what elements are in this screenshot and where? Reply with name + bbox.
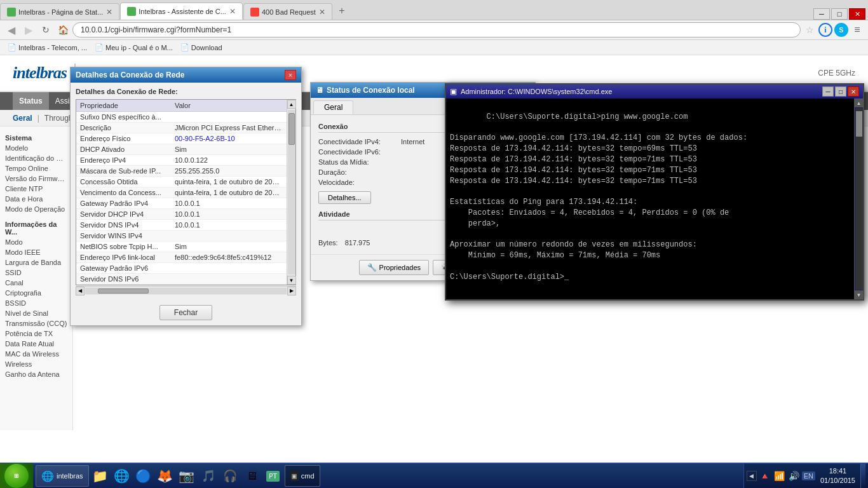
star-button[interactable]: ☆ — [803, 23, 817, 37]
back-button[interactable]: ◀ — [4, 22, 19, 37]
bytes-value: 817.975 — [345, 239, 370, 247]
tray-network-icon[interactable]: 📶 — [773, 471, 786, 481]
bookmark-3[interactable]: 📄 Download — [178, 43, 225, 52]
tray-expand-button[interactable]: ◀ — [747, 471, 757, 481]
table-row[interactable]: Servidor DNS IPv6 — [76, 274, 287, 285]
home-button[interactable]: 🏠 — [55, 22, 71, 37]
sidebar-ntp[interactable]: Cliente NTP — [0, 184, 72, 194]
table-row[interactable]: Servidor WINS IPv4 — [76, 231, 287, 241]
scroll-up-btn[interactable]: ▲ — [287, 100, 296, 109]
sidebar-bssid[interactable]: BSSID — [0, 298, 72, 308]
scroll-left-btn[interactable]: ◀ — [76, 287, 85, 295]
table-row[interactable]: Sufixo DNS específico à... — [76, 112, 287, 123]
taskbar-headphones-icon[interactable]: 🎧 — [220, 465, 240, 487]
taskbar-folder-icon[interactable]: 📁 — [90, 465, 111, 487]
forward-button[interactable]: ▶ — [21, 22, 36, 37]
sidebar-tempo-online[interactable]: Tempo Online — [0, 163, 72, 173]
table-row[interactable]: Máscara de Sub-rede IP...255.255.255.0 — [76, 166, 287, 177]
sidebar-ganho[interactable]: Ganho da Antena — [0, 369, 72, 379]
table-row[interactable]: Gateway Padrão IPv6 — [76, 263, 287, 274]
window-close[interactable]: ✕ — [849, 8, 865, 20]
show-desktop-button[interactable] — [860, 464, 865, 488]
sidebar-identificacao[interactable]: Identificação do Ed... — [0, 153, 72, 163]
nav-status[interactable]: Status — [13, 92, 49, 110]
sidebar-criptografia[interactable]: Criptografia — [0, 288, 72, 298]
taskbar-app1-icon: 🌐 — [41, 470, 54, 482]
details-button[interactable]: Detalhes... — [318, 191, 371, 204]
taskbar-cmd-app[interactable]: ▣ cmd — [285, 465, 320, 487]
menu-button[interactable]: ≡ — [850, 23, 864, 37]
taskbar-ie-icon[interactable]: 🌐 — [112, 465, 132, 487]
window-maximize[interactable]: □ — [831, 8, 848, 20]
scroll-right-btn[interactable]: ▶ — [287, 287, 296, 295]
sidebar-modo[interactable]: Modo — [0, 237, 72, 247]
tray-volume-icon[interactable]: 🔊 — [787, 471, 801, 481]
table-row[interactable]: DHCP AtivadoSim — [76, 144, 287, 155]
subnav-geral[interactable]: Geral — [13, 114, 32, 123]
sidebar-wireless-link[interactable]: Wireless — [0, 359, 72, 369]
sidebar-nivel-sinal[interactable]: Nível de Sinal — [0, 308, 72, 318]
tray-clock[interactable]: 18:41 01/10/2015 — [817, 466, 859, 486]
cmd-close[interactable]: ✕ — [848, 86, 859, 97]
tab-2[interactable]: Intelbras - Assistente de C... ✕ — [120, 3, 243, 20]
sidebar-transmissao[interactable]: Transmissão (CCQ) — [0, 318, 72, 329]
bookmark-1[interactable]: 📄 Intelbras - Telecom, ... — [5, 43, 90, 52]
window-minimize[interactable]: ─ — [813, 8, 830, 20]
sidebar-mac-wireless[interactable]: MAC da Wireless — [0, 349, 72, 359]
table-row[interactable]: Gateway Padrão IPv410.0.0.1 — [76, 198, 287, 209]
tab3-close[interactable]: ✕ — [319, 8, 325, 17]
sidebar-modo-ieee[interactable]: Modo IEEE — [0, 247, 72, 257]
sidebar-ssid[interactable]: SSID — [0, 268, 72, 278]
table-row[interactable]: Endereço Físico00-90-F5-A2-6B-10 — [76, 133, 287, 144]
taskbar-music-icon[interactable]: 🎵 — [198, 465, 219, 487]
cmd-body[interactable]: C:\Users\Suporte.digital>ping www.google… — [446, 98, 863, 299]
table-row[interactable]: Vencimento da Concess...quinta-feira, 1 … — [76, 187, 287, 198]
start-button[interactable]: ⊞ — [0, 463, 33, 488]
tab2-close[interactable]: ✕ — [229, 7, 236, 16]
taskbar-firefox-icon[interactable]: 🦊 — [155, 465, 175, 487]
dialog-network-close[interactable]: × — [285, 70, 296, 80]
table-row[interactable]: Servidor DNS IPv410.0.0.1 — [76, 220, 287, 231]
taskbar-app1-label: intelbras — [57, 472, 83, 480]
cmd-scroll-up[interactable]: ▲ — [855, 98, 864, 107]
tray-input-icon[interactable]: EN — [802, 471, 815, 480]
tab-3[interactable]: 400 Bad Request ✕ — [243, 3, 332, 20]
reload-button[interactable]: ↻ — [38, 22, 53, 37]
sidebar-data-hora[interactable]: Data e Hora — [0, 194, 72, 204]
scroll-down-btn[interactable]: ▼ — [287, 276, 296, 285]
table-row[interactable]: Servidor DHCP IPv410.0.0.1 — [76, 209, 287, 220]
address-input[interactable] — [72, 22, 801, 37]
sidebar-modo-operacao[interactable]: Modo de Operação — [0, 204, 72, 214]
taskbar-chrome-icon[interactable]: 🔵 — [133, 465, 154, 487]
sidebar-data-rate[interactable]: Data Rate Atual — [0, 339, 72, 349]
taskbar-monitor-icon[interactable]: 🖥 — [241, 465, 262, 487]
info-button[interactable]: i — [818, 23, 832, 37]
sidebar-versao[interactable]: Versão do Firmwar... — [0, 173, 72, 184]
skype-button[interactable]: S — [834, 23, 848, 37]
fechar-button[interactable]: Fechar — [159, 305, 212, 320]
conn-speed-label: Velocidade: — [318, 179, 401, 186]
cmd-minimize[interactable]: ─ — [822, 86, 834, 97]
table-row[interactable]: Endereço IPv6 link-localfe80::ede9:9c64:… — [76, 252, 287, 263]
table-row[interactable]: Concessão Obtidaquinta-feira, 1 de outub… — [76, 177, 287, 187]
table-row[interactable]: DescriçãoJMicron PCI Express Fast Ethern… — [76, 123, 287, 133]
propriedades-button[interactable]: 🔧 Propriedades — [359, 260, 429, 275]
tab1-close[interactable]: ✕ — [106, 8, 112, 17]
bookmark-2[interactable]: 📄 Meu ip - Qual é o M... — [92, 43, 175, 52]
cmd-scroll-down[interactable]: ▼ — [855, 290, 864, 299]
new-tab-button[interactable]: + — [333, 3, 351, 20]
table-row[interactable]: NetBIOS sobre Tcpip H...Sim — [76, 241, 287, 252]
connection-tab-geral[interactable]: Geral — [313, 100, 353, 114]
table-row[interactable]: Endereço IPv410.0.0.122 — [76, 155, 287, 166]
tab-1[interactable]: Intelbras - Página de Stat... ✕ — [0, 3, 119, 20]
sidebar-canal[interactable]: Canal — [0, 278, 72, 288]
bytes-label: Bytes: — [318, 239, 338, 247]
cmd-maximize[interactable]: □ — [835, 86, 846, 97]
tray-notification-icon[interactable]: 🔺 — [758, 471, 771, 481]
taskbar-keyboard-icon[interactable]: PT — [263, 465, 283, 487]
taskbar-app-intelbras1[interactable]: 🌐 intelbras — [36, 465, 89, 487]
sidebar-potencia[interactable]: Potência de TX — [0, 329, 72, 339]
sidebar-largura[interactable]: Largura de Banda — [0, 257, 72, 268]
taskbar-camera-icon[interactable]: 📷 — [177, 465, 197, 487]
sidebar-modelo[interactable]: Modelo — [0, 143, 72, 153]
